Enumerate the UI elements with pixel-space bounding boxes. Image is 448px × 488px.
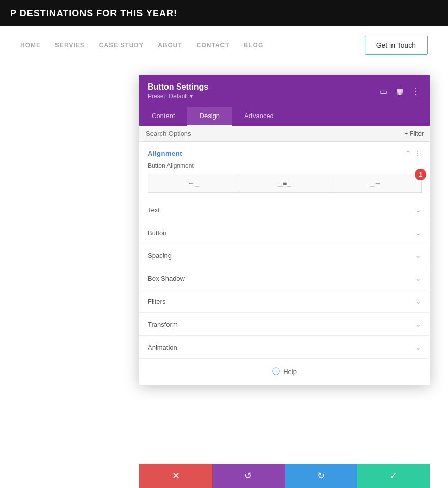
nav-case-study[interactable]: CASE STUDY [99,42,144,49]
button-chevron-icon: ⌄ [415,228,422,237]
align-right-icon: ⎯→ [370,179,381,187]
redo-button[interactable]: ↻ [285,464,357,488]
box-shadow-chevron-icon: ⌄ [415,274,422,282]
nav-about[interactable]: ABOUT [158,42,182,49]
alignment-section: Alignment ⌃ ⋮ Button Alignment ←⎯ ⎯≡⎯ ⎯→… [139,142,430,198]
button-settings-modal: Button Settings Preset: Default ▾ ▭ ▦ ⋮ … [139,75,430,385]
modal-header: Button Settings Preset: Default ▾ ▭ ▦ ⋮ [139,75,430,107]
nav-contact[interactable]: CONTACT [197,42,230,49]
box-shadow-section: Box Shadow ⌄ [139,267,430,290]
button-section-header[interactable]: Button ⌄ [139,221,430,244]
spacing-section-header[interactable]: Spacing ⌄ [139,244,430,267]
button-section: Button ⌄ [139,221,430,244]
banner-text: P DESTINATIONS FOR THIS YEAR! [10,8,177,19]
text-section-title: Text [148,206,160,214]
transform-section-title: Transform [148,321,178,328]
reset-button[interactable]: ↺ [212,464,285,488]
cancel-icon: ✕ [172,470,180,481]
nav-blog[interactable]: BLOG [244,42,264,49]
tab-content[interactable]: Content [139,107,187,126]
redo-icon: ↻ [317,470,325,481]
filters-chevron-icon: ⌄ [415,297,422,305]
filter-button[interactable]: + Filter [404,130,424,137]
expand-icon[interactable]: ▭ [378,85,389,97]
alignment-badge: 1 [415,169,426,180]
spacing-section: Spacing ⌄ [139,244,430,267]
help-link[interactable]: ⓘ Help [272,367,297,377]
text-chevron-icon: ⌄ [415,206,422,214]
action-bar: ✕ ↺ ↻ ✓ [139,464,430,488]
filter-plus-icon: + [404,130,408,137]
filters-section-header[interactable]: Filters ⌄ [139,290,430,312]
nav-home[interactable]: HOME [20,42,41,49]
tab-design[interactable]: Design [187,107,232,126]
help-label: Help [283,368,297,376]
save-icon: ✓ [389,470,397,481]
animation-section-title: Animation [148,343,177,351]
button-alignment-label: Button Alignment [148,162,422,169]
modal-preset[interactable]: Preset: Default ▾ [148,93,208,100]
columns-icon[interactable]: ▦ [394,85,405,97]
cancel-button[interactable]: ✕ [139,464,212,488]
animation-section: Animation ⌄ [139,336,430,359]
text-section-header[interactable]: Text ⌄ [139,198,430,221]
transform-section: Transform ⌄ [139,313,430,336]
tab-advanced[interactable]: Advanced [232,107,286,126]
box-shadow-section-header[interactable]: Box Shadow ⌄ [139,267,430,290]
modal-tabs: Content Design Advanced [139,107,430,126]
alignment-section-title: Alignment [148,150,182,157]
transform-section-header[interactable]: Transform ⌄ [139,313,430,335]
filters-section-title: Filters [148,298,165,305]
align-left-icon: ←⎯ [188,179,199,187]
align-center-icon: ⎯≡⎯ [278,179,291,187]
transform-chevron-icon: ⌄ [415,320,422,328]
align-left-option[interactable]: ←⎯ [148,174,239,193]
filter-label: Filter [410,130,424,137]
more-options-icon[interactable]: ⋮ [410,85,422,97]
text-section: Text ⌄ [139,198,430,221]
filters-section: Filters ⌄ [139,290,430,313]
animation-section-header[interactable]: Animation ⌄ [139,336,430,358]
button-section-title: Button [148,229,167,237]
animation-chevron-icon: ⌄ [415,343,422,351]
spacing-chevron-icon: ⌄ [415,251,422,260]
get-in-touch-button[interactable]: Get in Touch [365,36,428,55]
search-input[interactable] [146,130,404,137]
alignment-options: ←⎯ ⎯≡⎯ ⎯→ 1 [148,174,422,193]
nav-bar: HOME SERVIES CASE STUDY ABOUT CONTACT BL… [0,26,448,64]
modal-footer: ⓘ Help [139,359,430,385]
align-center-option[interactable]: ⎯≡⎯ [239,174,330,193]
modal-body: Alignment ⌃ ⋮ Button Alignment ←⎯ ⎯≡⎯ ⎯→… [139,142,430,385]
box-shadow-section-title: Box Shadow [148,275,185,282]
nav-links: HOME SERVIES CASE STUDY ABOUT CONTACT BL… [20,42,263,49]
reset-icon: ↺ [244,470,252,481]
spacing-section-title: Spacing [148,252,172,260]
top-banner: P DESTINATIONS FOR THIS YEAR! [0,0,448,26]
modal-header-icons: ▭ ▦ ⋮ [378,85,422,97]
help-circle-icon: ⓘ [272,367,280,377]
save-button[interactable]: ✓ [357,464,430,488]
align-right-option[interactable]: ⎯→ 1 [330,174,422,193]
nav-services[interactable]: SERVIES [55,42,85,49]
modal-title: Button Settings [148,82,208,92]
search-bar: + Filter [139,126,430,142]
alignment-more-icon[interactable]: ⋮ [414,149,422,157]
alignment-chevron-up-icon[interactable]: ⌃ [405,149,411,157]
